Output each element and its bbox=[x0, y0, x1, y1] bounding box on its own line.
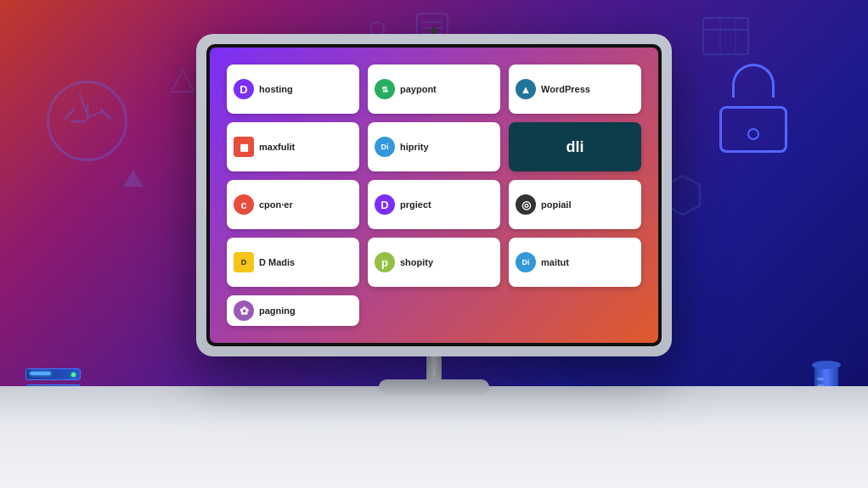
maitut-icon: Di bbox=[516, 252, 536, 272]
hosting-label: hosting bbox=[259, 84, 293, 94]
hiprity-label: hiprity bbox=[400, 142, 429, 152]
tile-wordpress[interactable]: ▲ WordPress bbox=[509, 65, 641, 114]
tile-shopity[interactable]: p shopity bbox=[368, 238, 500, 287]
prgiect-label: prgiect bbox=[400, 199, 431, 210]
madis-label: D Madis bbox=[259, 257, 295, 267]
popiail-icon: ◎ bbox=[516, 194, 536, 215]
cponcer-icon: c bbox=[234, 194, 254, 215]
maxfulit-icon: ◼ bbox=[234, 137, 254, 157]
tile-maxfulit[interactable]: ◼ maxfulit bbox=[227, 122, 359, 171]
tile-hiprity[interactable]: Di hiprity bbox=[368, 122, 500, 171]
tile-paypont[interactable]: ⇅ paypont bbox=[368, 65, 500, 114]
dli-label: dli bbox=[566, 138, 584, 156]
maxfulit-label: maxfulit bbox=[259, 142, 295, 152]
nav-icon bbox=[170, 68, 195, 97]
table-icon bbox=[702, 17, 749, 55]
triangle-icon-left bbox=[123, 170, 144, 187]
shopity-icon: p bbox=[375, 252, 395, 272]
maitut-label: maitut bbox=[541, 257, 569, 267]
tile-pagning[interactable]: ✿ pagning bbox=[227, 295, 359, 326]
tile-dli[interactable]: dli bbox=[509, 122, 641, 171]
wordpress-label: WordPress bbox=[541, 84, 590, 94]
apple-logo:  bbox=[430, 357, 438, 384]
hosting-icon: D bbox=[234, 79, 254, 99]
monitor: D hosting ⇅ paypont ▲ WordPress ◼ maxful… bbox=[196, 34, 672, 356]
paypont-icon: ⇅ bbox=[375, 79, 395, 99]
madis-icon: D bbox=[234, 252, 254, 272]
popiail-label: popiail bbox=[541, 199, 571, 210]
cponcer-label: cpon·er bbox=[259, 199, 293, 210]
monitor-bezel: D hosting ⇅ paypont ▲ WordPress ◼ maxful… bbox=[206, 44, 662, 346]
svg-marker-3 bbox=[172, 70, 194, 92]
wordpress-icon: ▲ bbox=[516, 79, 536, 99]
monitor-camera bbox=[431, 27, 437, 34]
prgiect-icon: D bbox=[375, 194, 395, 215]
shopity-label: shopity bbox=[400, 257, 433, 267]
tile-madis[interactable]: D D Madis bbox=[227, 238, 359, 287]
tile-prgiect[interactable]: D prgiect bbox=[368, 180, 500, 229]
tile-cponcer[interactable]: c cpon·er bbox=[227, 180, 359, 229]
lock-icon bbox=[719, 64, 787, 153]
tile-hosting[interactable]: D hosting bbox=[227, 65, 359, 114]
clock-icon bbox=[47, 81, 127, 161]
paypont-label: paypont bbox=[400, 84, 437, 94]
pagning-label: pagning bbox=[259, 306, 296, 316]
tile-maitut[interactable]: Di maitut bbox=[509, 238, 641, 287]
monitor-screen: D hosting ⇅ paypont ▲ WordPress ◼ maxful… bbox=[210, 48, 658, 343]
hiprity-icon: Di bbox=[375, 137, 395, 157]
tile-popiail[interactable]: ◎ popiail bbox=[509, 180, 641, 229]
pagning-icon: ✿ bbox=[234, 300, 254, 321]
desk-surface bbox=[0, 386, 868, 488]
server-row-1 bbox=[25, 368, 81, 380]
